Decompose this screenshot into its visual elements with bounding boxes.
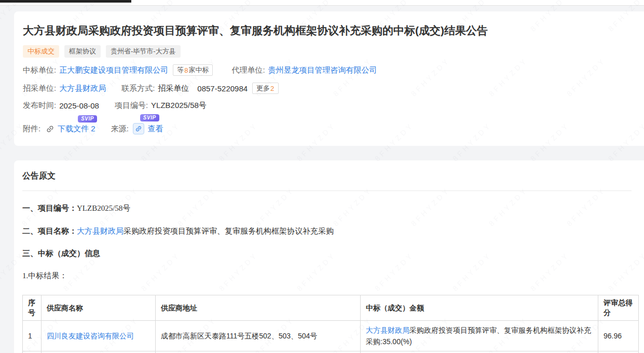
svip-badge[interactable]: SVIP (78, 115, 97, 123)
winner-label: 中标单位: (23, 65, 56, 75)
cell-amount: 大方县财政局采购政府投资项目预算评审、复审服务机构框架协议补充采购:35.00(… (361, 351, 598, 353)
cell-score: 96.9 (598, 351, 639, 353)
project-name-line-text: 采购政府投资项目预算评审、复审服务机构框架协议补充采购 (124, 226, 334, 235)
meta-row-attachment: 附件: SVIP 下载文件 2 来源: SVIP 查看 (23, 123, 632, 134)
result-label: 1.中标结果： (22, 271, 632, 281)
tag-result-type: 中标成交 (23, 45, 59, 58)
cell-address: 无 (156, 351, 361, 353)
tag-region: 贵州省-毕节市-大方县 (106, 45, 181, 58)
more-winners-count: 8 (184, 66, 188, 74)
more-contacts-label: 更多 (256, 84, 270, 93)
attachment-label: 附件: (23, 124, 40, 134)
table-row: 1 华审（北京）工程造价咨询有限公司 无 大方县财政局采购政府投资项目预算评审、… (23, 351, 639, 353)
contact-name: 招采单位 (158, 84, 189, 93)
agent-company-link[interactable]: 贵州昱龙项目管理咨询有限公司 (268, 65, 377, 75)
original-text-card: 公告原文 一、项目编号：YLZB2025/58号 二、项目名称：大方县财政局采购… (14, 160, 644, 353)
link-icon (133, 124, 144, 134)
cell-serial: 1 (23, 321, 42, 351)
download-files-link[interactable]: 下载文件 2 (58, 124, 95, 134)
tag-framework-agreement: 框架协议 (64, 45, 101, 58)
agent-label: 代理单位: (231, 65, 265, 75)
col-header-score: 评审总得分 (598, 295, 639, 321)
project-number-line-value: YLZB2025/58号 (77, 204, 130, 212)
meta-row-purchaser: 招采单位: 大方县财政局 联系方式: 招采单位 0857-5220984 更多2 (23, 83, 632, 94)
project-number: YLZB2025/58号 (151, 101, 207, 111)
cell-score: 96.96 (598, 321, 639, 351)
project-name-line: 二、项目名称：大方县财政局采购政府投资项目预算评审、复审服务机构框架协议补充采购 (22, 225, 632, 236)
cell-serial: 1 (23, 351, 42, 353)
project-number-line: 一、项目编号：YLZB2025/58号 (22, 202, 632, 214)
winner-company-link[interactable]: 正大鹏安建设项目管理有限公司 (59, 65, 168, 75)
project-name-line-label: 二、项目名称： (22, 226, 77, 235)
table-row: 1 四川良友建设咨询有限公司 成都市高新区天泰路111号五楼502、503、50… (23, 321, 639, 351)
meta-row-publish: 发布时间: 2025-08-08 项目编号: YLZB2025/58号 (23, 101, 632, 111)
more-contacts-count: 2 (270, 85, 274, 92)
browser-tab-remnant (0, 0, 131, 3)
amount-purchaser-link[interactable]: 大方县财政局 (366, 326, 409, 334)
cell-address: 成都市高新区天泰路111号五楼502、503、504号 (156, 321, 361, 351)
source-link-group: SVIP 查看 (132, 123, 163, 134)
original-text-heading: 公告原文 (22, 171, 632, 182)
announcement-summary-card: 大方县财政局采购政府投资项目预算评审、复审服务机构框架协议补充采购的中标(成交)… (14, 11, 644, 146)
svip-badge[interactable]: SVIP (140, 114, 159, 121)
award-info-label: 三、中标（成交）信息 (22, 249, 100, 257)
tag-row: 中标成交 框架协议 贵州省-毕节市-大方县 (23, 45, 632, 58)
award-info-line: 三、中标（成交）信息 (22, 248, 632, 259)
purchaser-label: 招采单位: (23, 84, 56, 93)
attachment-link-icon (44, 123, 57, 135)
project-number-line-label: 一、项目编号： (22, 203, 77, 212)
contact-label: 联系方式: (121, 84, 155, 93)
view-source-link[interactable]: 查看 (148, 124, 163, 134)
meta-row-winner: 中标单位: 正大鹏安建设项目管理有限公司 等8家中标 代理单位: 贵州昱龙项目管… (23, 64, 632, 76)
more-winners-prefix: 等 (177, 65, 184, 75)
attachment-link-group: SVIP 下载文件 2 (44, 124, 95, 134)
col-header-amount: 中标（成交）金额 (361, 295, 598, 321)
more-winners-suffix: 家中标 (188, 65, 209, 75)
more-winners-badge[interactable]: 等8家中标 (173, 64, 213, 76)
col-header-supplier: 供应商名称 (42, 295, 156, 321)
cell-amount: 大方县财政局采购政府投资项目预算评审、复审服务机构框架协议补充采购:35.00(… (361, 321, 598, 351)
table-header-row: 序号 供应商名称 供应商地址 中标（成交）金额 评审总得分 (23, 295, 639, 321)
purchaser-link[interactable]: 大方县财政局 (59, 84, 106, 93)
source-label: 来源: (111, 124, 129, 134)
contact-phone: 0857-5220984 (197, 84, 248, 93)
publish-date-label: 发布时间: (23, 101, 56, 111)
project-number-label: 项目编号: (115, 101, 148, 111)
page-title: 大方县财政局采购政府投资项目预算评审、复审服务机构框架协议补充采购的中标(成交)… (23, 23, 632, 38)
source-link-iconbox[interactable] (133, 123, 144, 134)
section-divider (22, 191, 632, 191)
col-header-address: 供应商地址 (156, 295, 361, 321)
award-result-table: 序号 供应商名称 供应商地址 中标（成交）金额 评审总得分 1 四川良友建设咨询… (22, 295, 639, 353)
more-contacts-badge[interactable]: 更多2 (252, 83, 279, 94)
publish-date: 2025-08-08 (59, 101, 99, 110)
project-name-purchaser-link[interactable]: 大方县财政局 (77, 226, 124, 235)
col-header-serial: 序号 (23, 295, 42, 321)
supplier-link[interactable]: 四川良友建设咨询有限公司 (47, 332, 134, 340)
browser-top-strip (0, 0, 644, 6)
